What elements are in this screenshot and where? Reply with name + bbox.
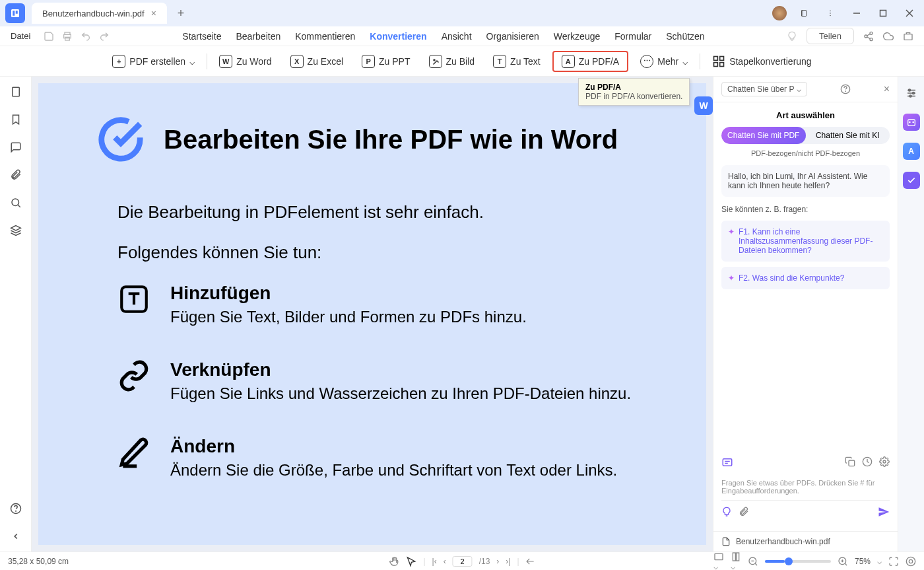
redo-icon[interactable] [99, 31, 110, 42]
svg-line-18 [867, 34, 871, 36]
zoom-in-icon[interactable] [838, 556, 848, 567]
attach-icon[interactable] [739, 507, 749, 517]
menu-startseite[interactable]: Startseite [182, 31, 221, 42]
menu-organisieren[interactable]: Organisieren [486, 31, 539, 42]
view-mode-icon[interactable]: ⌵ [731, 552, 741, 571]
send-icon[interactable] [878, 506, 890, 518]
file-menu[interactable]: Datei [11, 31, 30, 41]
svg-point-16 [865, 35, 867, 38]
check-shield-icon[interactable] [903, 172, 920, 189]
settings-icon[interactable] [879, 456, 890, 468]
zu-ppt-button[interactable]: PZu PPT [355, 52, 416, 71]
ppt-icon: P [362, 55, 375, 68]
fit-width-icon[interactable]: ⌵ [713, 552, 724, 571]
svg-rect-1 [13, 11, 15, 16]
help-circle-icon[interactable] [840, 84, 851, 94]
link-icon [117, 359, 150, 392]
ai-robot-icon[interactable] [903, 114, 920, 131]
chat-tab-ki[interactable]: Chatten Sie mit KI [806, 127, 890, 144]
menu-kommentieren[interactable]: Kommentieren [295, 31, 355, 42]
add-tab-button[interactable]: + [172, 4, 190, 23]
svg-rect-9 [880, 11, 886, 17]
zu-excel-button[interactable]: XZu Excel [284, 52, 350, 71]
suggestion-2[interactable]: ✦F2. Was sind die Kernpunkte? [721, 267, 890, 289]
user-avatar[interactable] [772, 6, 787, 20]
panel-file-indicator[interactable]: Benutzerhandbuch-win.pdf [713, 531, 898, 552]
share-network-icon[interactable] [863, 31, 874, 42]
panel-close-icon[interactable]: × [884, 83, 890, 95]
plus-doc-icon: + [112, 55, 125, 68]
suggestion-1[interactable]: ✦F1. Kann ich eine Inhaltszusammenfassun… [721, 221, 890, 262]
doc-section-aendern: Ändern Ändern Sie die Größe, Farbe und S… [117, 436, 647, 480]
nav-icon[interactable] [526, 557, 535, 566]
select-tool-icon[interactable] [406, 556, 416, 567]
maximize-button[interactable] [874, 4, 892, 22]
bulb-icon[interactable] [721, 507, 732, 517]
comments-icon[interactable] [9, 140, 23, 155]
chat-icon[interactable] [721, 456, 733, 468]
zu-pdfa-button[interactable]: AZu PDF/A [552, 51, 628, 72]
statusbar: 35,28 x 50,09 cm | |‹ ‹ /13 › ›| | ⌵ ⌵ 7… [0, 552, 924, 570]
lightbulb-icon[interactable] [787, 31, 797, 42]
search-sidebar-icon[interactable] [9, 196, 23, 210]
zu-word-button[interactable]: WZu Word [213, 52, 278, 71]
svg-rect-20 [904, 34, 912, 40]
batch-icon [712, 55, 725, 68]
minimize-button[interactable] [847, 4, 866, 22]
total-pages: /13 [479, 557, 490, 566]
cloud-icon[interactable] [883, 31, 894, 42]
bookmarks-icon[interactable] [9, 112, 23, 127]
zoom-out-icon[interactable] [748, 556, 758, 567]
close-button[interactable] [900, 4, 919, 22]
page-number-input[interactable] [453, 556, 473, 567]
menu-bearbeiten[interactable]: Bearbeiten [236, 31, 281, 42]
zoom-slider[interactable] [765, 560, 831, 563]
document-intro-1: Die Bearbeitung in PDFelement ist sehr e… [117, 202, 647, 223]
document-tab[interactable]: Benutzerhandbuch-win.pdf × [32, 3, 167, 24]
next-page-icon[interactable]: › [496, 557, 499, 566]
notes-icon[interactable] [795, 4, 813, 22]
save-icon[interactable] [44, 31, 54, 42]
word-icon: W [219, 55, 232, 68]
share-button[interactable]: Teilen [807, 28, 854, 44]
prev-page-icon[interactable]: ‹ [444, 557, 446, 566]
input-hint: Fragen Sie etwas über PDFs. Drücken Sie … [721, 474, 890, 500]
sliders-icon[interactable] [903, 85, 920, 102]
collapse-icon[interactable] [9, 529, 23, 544]
menu-ansicht[interactable]: Ansicht [442, 31, 472, 42]
attachments-icon[interactable] [9, 168, 23, 182]
hand-tool-icon[interactable] [389, 556, 399, 567]
tab-close-icon[interactable]: × [151, 8, 156, 18]
history-icon[interactable] [862, 456, 873, 468]
copy-icon[interactable] [845, 456, 855, 468]
menu-werkzeuge[interactable]: Werkzeuge [554, 31, 601, 42]
translate-icon[interactable]: A [903, 143, 920, 160]
zu-bild-button[interactable]: Zu Bild [422, 52, 482, 71]
print-icon[interactable] [62, 31, 73, 42]
menu-konvertieren[interactable]: Konvertieren [370, 31, 426, 42]
titlebar: Benutzerhandbuch-win.pdf × + [0, 0, 924, 26]
help-icon[interactable] [9, 501, 23, 516]
first-page-icon[interactable]: |‹ [432, 557, 437, 566]
read-mode-icon[interactable] [906, 556, 916, 567]
more-icon[interactable] [821, 4, 840, 22]
document-area[interactable]: W Bearbeiten Sie Ihre PDF wie in Word Di… [32, 77, 713, 552]
zoom-level[interactable]: 75% [855, 557, 871, 566]
zu-text-button[interactable]: TZu Text [486, 52, 547, 71]
box-icon[interactable] [903, 31, 913, 42]
app-logo [5, 3, 25, 23]
undo-icon[interactable] [81, 31, 91, 42]
fullscreen-icon[interactable] [888, 556, 899, 567]
thumbnails-icon[interactable] [9, 85, 23, 99]
last-page-icon[interactable]: ›| [506, 557, 510, 566]
chat-tab-pdf[interactable]: Chatten Sie mit PDF [721, 127, 806, 144]
layers-icon[interactable] [9, 223, 23, 238]
panel-mode-dropdown[interactable]: Chatten Sie über P ⌵ [721, 82, 807, 96]
menu-schuetzen[interactable]: Schützen [666, 31, 704, 42]
ai-greeting: Hallo, ich bin Lumi, Ihr AI Assistent. W… [721, 165, 890, 197]
menu-formular[interactable]: Formular [614, 31, 651, 42]
stapel-button[interactable]: Stapelkonvertierung [706, 52, 818, 71]
mehr-button[interactable]: ⋯Mehr⌵ [634, 52, 694, 71]
chevron-down-icon[interactable]: ⌵ [877, 557, 882, 566]
pdf-erstellen-button[interactable]: + PDF erstellen ⌵ [106, 52, 201, 71]
